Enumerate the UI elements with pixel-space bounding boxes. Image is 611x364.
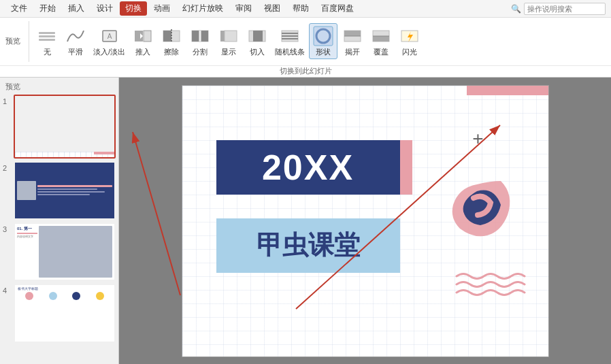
search-input[interactable] (524, 3, 606, 15)
push-icon-svg (133, 28, 152, 44)
slide-thumb-4-content: 板书大字标题 (15, 285, 114, 341)
btn-uncover[interactable]: 揭开 (339, 24, 366, 59)
btn-wipe[interactable]: 擦除 (158, 24, 185, 59)
slide-number-4: 4 (3, 284, 14, 295)
svg-rect-7 (163, 31, 171, 42)
btn-none-label: 无 (44, 47, 51, 57)
btn-split-label: 分割 (193, 47, 208, 57)
slide-deco-wave (453, 269, 528, 297)
menu-design[interactable]: 设计 (91, 1, 118, 16)
menu-animation[interactable]: 动画 (148, 1, 176, 16)
menu-insert[interactable]: 插入 (63, 1, 90, 16)
slide-thumb-2[interactable] (14, 161, 116, 220)
slide-item-2[interactable]: 2 (3, 161, 116, 220)
svg-rect-17 (253, 31, 263, 42)
smooth-icon-svg (66, 28, 85, 44)
wipe-icon (161, 25, 182, 47)
none-icon-shape (39, 32, 55, 41)
slide-thumb-4[interactable]: 板书大字标题 (14, 284, 116, 342)
svg-rect-11 (201, 31, 208, 42)
slide-title-accent (400, 140, 412, 195)
uncover-icon (342, 25, 363, 47)
btn-shape[interactable]: 形状 (309, 23, 337, 59)
slide-thumb-1[interactable]: 20XX 甲虫课堂 (14, 95, 116, 159)
btn-random[interactable]: 随机线条 (272, 24, 308, 59)
main-area: 预览 1 20XX 甲虫课堂 (0, 78, 611, 364)
slide-top-accent-bar (467, 86, 548, 95)
menu-help[interactable]: 帮助 (287, 1, 314, 16)
cover-icon (370, 25, 392, 47)
btn-random-label: 随机线条 (275, 47, 305, 57)
btn-reveal[interactable]: 显示 (215, 24, 242, 59)
search-icon: 🔍 (511, 4, 521, 14)
menu-baidu[interactable]: 百度网盘 (316, 1, 359, 16)
svg-rect-10 (192, 31, 199, 42)
btn-reveal-label: 显示 (221, 47, 236, 57)
btn-cover[interactable]: 覆盖 (367, 24, 395, 59)
svg-rect-4 (144, 31, 151, 42)
shape-icon (312, 25, 334, 47)
random-icon (279, 25, 301, 47)
menu-view[interactable]: 视图 (259, 1, 286, 16)
ribbon-section-label: 切换到此幻灯片 (0, 65, 611, 77)
btn-none[interactable]: 无 (33, 24, 61, 59)
slide-item-1[interactable]: 1 20XX 甲虫课堂 (3, 95, 116, 159)
slide-canvas: + 20XX 甲虫课堂 (182, 85, 549, 357)
split-icon-svg (191, 28, 210, 44)
btn-split[interactable]: 分割 (186, 24, 214, 59)
slide-main-title-box: 20XX (216, 140, 400, 195)
btn-push-label: 推入 (135, 47, 150, 57)
btn-cutin-label: 切入 (250, 47, 265, 57)
fadein-icon-svg: A (100, 28, 119, 44)
slide-panel: 预览 1 20XX 甲虫课堂 (0, 78, 119, 364)
menu-bar: 文件 开始 插入 设计 切换 动画 幻灯片放映 审阅 视图 帮助 百度网盘 🔍 (0, 0, 611, 18)
preview-label: 预览 (5, 36, 20, 46)
svg-rect-28 (373, 36, 389, 42)
slide-item-4[interactable]: 4 板书大字标题 (3, 284, 116, 342)
slide-thumb-3-content: 01. 第一 内容说明文字 (15, 224, 114, 280)
slide-plus-symbol: + (472, 128, 483, 150)
svg-line-33 (133, 132, 180, 295)
menu-start[interactable]: 开始 (34, 1, 61, 16)
slide-thumb-3[interactable]: 01. 第一 内容说明文字 (14, 222, 116, 281)
fadein-icon: A (99, 25, 120, 47)
shape-icon-svg (312, 25, 334, 47)
reveal-icon-svg (219, 28, 238, 44)
flash-icon (399, 25, 420, 47)
flash-icon-svg (400, 28, 419, 44)
cover-icon-svg (371, 28, 391, 44)
btn-push[interactable]: 推入 (129, 24, 156, 59)
btn-wipe-label: 擦除 (164, 47, 179, 57)
menu-review[interactable]: 审阅 (230, 1, 257, 16)
svg-rect-15 (225, 31, 237, 42)
btn-fadein[interactable]: A 淡入/淡出 (90, 24, 128, 59)
deco-logo-svg (440, 174, 521, 256)
deco-wave-svg (453, 269, 528, 297)
btn-smooth-label: 平滑 (68, 47, 83, 57)
btn-uncover-label: 揭开 (345, 47, 360, 57)
ribbon-content: 预览 无 平滑 (0, 18, 611, 65)
search-bar: 🔍 (511, 3, 606, 15)
menu-transition[interactable]: 切换 (120, 1, 147, 16)
wipe-icon-svg (162, 28, 181, 44)
menu-file[interactable]: 文件 (5, 1, 33, 16)
smooth-icon (65, 25, 86, 47)
svg-text:A: A (107, 33, 112, 40)
btn-flash[interactable]: 闪光 (396, 24, 423, 59)
slide-number-1: 1 (3, 95, 14, 105)
menu-slideshow[interactable]: 幻灯片放映 (177, 1, 229, 16)
random-icon-svg (280, 28, 299, 44)
cutin-icon (246, 25, 268, 47)
none-icon (36, 25, 58, 47)
btn-smooth[interactable]: 平滑 (62, 24, 89, 59)
slide-item-3[interactable]: 3 01. 第一 内容说明文字 (3, 222, 116, 281)
btn-shape-label: 形状 (316, 47, 331, 57)
canvas-area: + 20XX 甲虫课堂 (119, 78, 611, 364)
slide-deco-logo (440, 174, 521, 256)
slide-thumb-2-content (15, 163, 114, 218)
btn-cutin[interactable]: 切入 (244, 24, 271, 59)
slide-thumb-1-content: 20XX 甲虫课堂 (15, 152, 114, 157)
slide-number-3: 3 (3, 222, 14, 233)
btn-fadein-label: 淡入/淡出 (93, 47, 125, 57)
slide-subtitle-text: 甲虫课堂 (257, 228, 360, 263)
